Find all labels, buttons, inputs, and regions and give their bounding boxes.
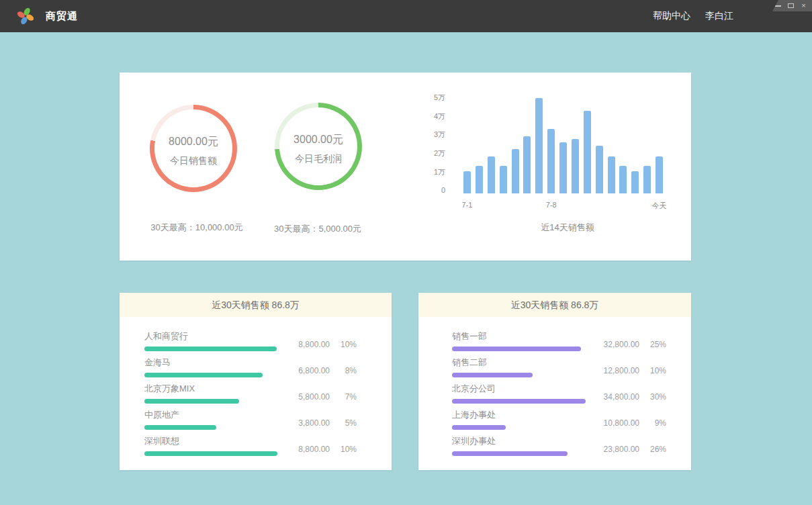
rank-row-amount: 5,800.00	[276, 392, 330, 402]
rank-row-value: 6,800.008%	[276, 366, 357, 375]
rank-row-bar	[144, 399, 239, 404]
rank-row: 北京分公司34,800.0030%	[452, 383, 666, 401]
rank-row-value: 10,800.009%	[586, 418, 666, 428]
sales-bar-chart	[463, 98, 663, 193]
rank-row: 销售一部32,800.0025%	[452, 330, 666, 349]
rank-row-value: 12,800.0010%	[586, 366, 666, 375]
rank-row: 北京万象MIX5,800.007%	[144, 383, 357, 401]
rank-row: 深圳联想8,800.0010%	[144, 435, 357, 453]
rank-row-bar	[452, 451, 568, 456]
close-icon[interactable]: ×	[800, 2, 807, 9]
rank-row-bar	[452, 425, 506, 430]
app-logo-pinwheel-icon	[16, 7, 35, 26]
today-sales-donut-center: 8000.00元 今日销售额	[154, 109, 232, 187]
rank-row-amount: 8,800.00	[276, 445, 330, 454]
today-profit-value: 3000.00元	[294, 133, 343, 147]
titlebar-right: 帮助中心 李白江	[653, 0, 733, 32]
y-tick-label: 0	[408, 186, 445, 194]
sales-bar	[547, 129, 555, 193]
sales-bar	[488, 156, 495, 193]
rank-row-percent: 30%	[639, 392, 666, 402]
customer-rank-title: 近30天销售额 86.8万	[120, 293, 392, 317]
rank-row-value: 8,800.0010%	[276, 445, 357, 454]
today-sales-value: 8000.00元	[169, 135, 218, 149]
minimize-icon[interactable]	[774, 2, 782, 9]
maximize-icon[interactable]	[787, 2, 795, 9]
today-sales-label: 今日销售额	[170, 155, 217, 167]
rank-row: 金海马6,800.008%	[144, 357, 357, 375]
y-tick-label: 4万	[408, 111, 445, 122]
rank-row: 销售二部12,800.0010%	[452, 357, 666, 375]
rank-row-amount: 10,800.00	[586, 418, 639, 428]
sales-bar	[619, 166, 627, 193]
today-profit-label: 今日毛利润	[295, 153, 342, 165]
rank-row-bar	[144, 347, 277, 351]
x-tick-label: 7-1	[447, 201, 488, 209]
rank-row-percent: 10%	[330, 445, 357, 454]
app-title: 商贸通	[46, 0, 78, 32]
sales-bar	[584, 111, 591, 193]
sales-30day-max-caption: 30天最高：10,000.00元	[130, 222, 264, 234]
help-center-link[interactable]: 帮助中心	[653, 10, 690, 22]
sales-bar	[572, 139, 579, 193]
customer-sales-rank-card: 近30天销售额 86.8万 人和商贸行8,800.0010%金海马6,800.0…	[120, 293, 392, 470]
rank-row-percent: 25%	[639, 340, 666, 349]
rank-row-amount: 32,800.00	[586, 340, 639, 349]
rank-row-bar	[452, 347, 581, 351]
today-profit-donut-center: 3000.00元 今日毛利润	[279, 107, 357, 185]
sales-bar	[476, 166, 483, 193]
rank-row-amount: 3,800.00	[276, 418, 330, 428]
department-sales-rank-card: 近30天销售额 86.8万 销售一部32,800.0025%销售二部12,800…	[418, 293, 691, 470]
rank-row: 人和商贸行8,800.0010%	[144, 330, 357, 349]
y-tick-label: 1万	[408, 167, 445, 177]
sales-bar	[596, 146, 603, 193]
customer-rank-list: 人和商贸行8,800.0010%金海马6,800.008%北京万象MIX5,80…	[120, 317, 392, 453]
rank-row-bar	[452, 373, 533, 377]
rank-row-percent: 7%	[330, 392, 357, 402]
y-tick-label: 2万	[408, 148, 445, 158]
x-tick-label: 今天	[639, 201, 680, 211]
rank-row-amount: 8,800.00	[276, 340, 330, 349]
rank-row-bar	[144, 451, 277, 456]
rank-row: 上海办事处10,800.009%	[452, 409, 666, 427]
sales-bar	[500, 166, 507, 193]
sales-bar	[523, 136, 531, 193]
today-profit-donut: 3000.00元 今日毛利润	[275, 103, 362, 190]
sales-bar	[656, 156, 663, 193]
rank-row-percent: 10%	[330, 340, 357, 349]
department-rank-list: 销售一部32,800.0025%销售二部12,800.0010%北京分公司34,…	[418, 317, 691, 453]
rank-row: 深圳办事处23,800.0026%	[452, 435, 666, 453]
rank-row-amount: 34,800.00	[586, 392, 639, 402]
y-tick-label: 5万	[408, 93, 445, 103]
rank-row-value: 23,800.0026%	[586, 445, 666, 454]
rank-row-amount: 6,800.00	[276, 366, 330, 375]
rank-row-percent: 8%	[330, 366, 357, 375]
sales-bar	[559, 142, 567, 193]
rank-row-value: 34,800.0030%	[586, 392, 666, 402]
rank-row-value: 3,800.005%	[276, 418, 357, 428]
user-menu[interactable]: 李白江	[705, 10, 733, 22]
department-rank-title: 近30天销售额 86.8万	[418, 293, 691, 317]
rank-row-amount: 12,800.00	[586, 366, 639, 375]
rank-row-bar	[144, 425, 216, 430]
rank-row-bar	[452, 399, 586, 404]
rank-row-percent: 5%	[330, 418, 357, 428]
rank-row-value: 32,800.0025%	[586, 340, 666, 349]
rank-row-bar	[144, 373, 263, 377]
rank-row-percent: 9%	[639, 418, 666, 428]
rank-row-value: 5,800.007%	[276, 392, 357, 402]
profit-30day-max-caption: 30天最高：5,000.00元	[251, 223, 385, 235]
titlebar: 商贸通 帮助中心 李白江 ×	[0, 0, 812, 32]
sales-bar	[643, 166, 651, 193]
rank-row-percent: 26%	[639, 445, 666, 454]
rank-row-value: 8,800.0010%	[276, 340, 357, 349]
sales-bar	[631, 171, 639, 193]
today-sales-donut: 8000.00元 今日销售额	[150, 105, 237, 192]
y-tick-label: 3万	[408, 130, 445, 140]
rank-row-percent: 10%	[639, 366, 666, 375]
window-controls: ×	[772, 0, 812, 11]
rank-row-amount: 23,800.00	[586, 445, 639, 454]
sales-bar	[608, 156, 615, 193]
overview-card: 8000.00元 今日销售额 30天最高：10,000.00元 3000.00元…	[120, 73, 691, 261]
x-tick-label: 7-8	[531, 201, 572, 209]
